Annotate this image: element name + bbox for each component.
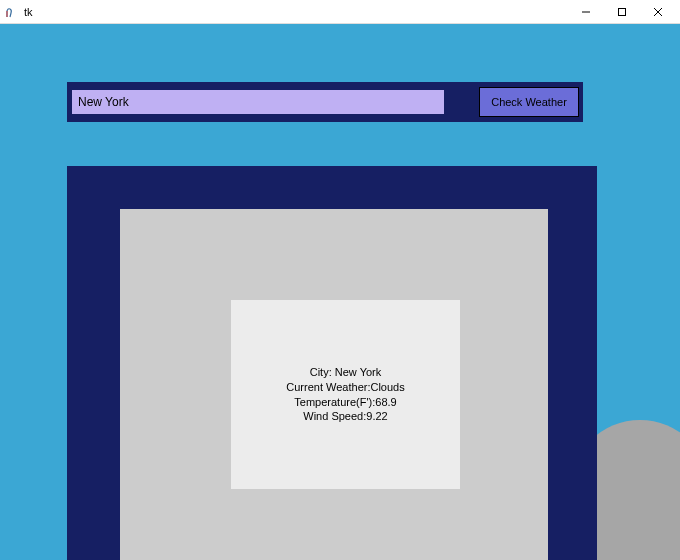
svg-rect-1 (619, 8, 626, 15)
window-title: tk (24, 6, 568, 18)
result-temperature: Temperature(F'):68.9 (294, 395, 396, 410)
city-input[interactable] (71, 89, 445, 115)
result-weather: Current Weather:Clouds (286, 380, 404, 395)
maximize-button[interactable] (604, 1, 640, 23)
result-frame: City: New York Current Weather:Clouds Te… (67, 166, 597, 560)
result-panel: City: New York Current Weather:Clouds Te… (120, 209, 548, 560)
result-city: City: New York (310, 365, 382, 380)
window-controls (568, 1, 676, 23)
window-titlebar: tk (0, 0, 680, 24)
result-wind: Wind Speed:9.22 (303, 409, 387, 424)
check-weather-button[interactable]: Check Weather (479, 87, 579, 117)
search-bar: Check Weather (67, 82, 583, 122)
app-body: Check Weather City: New York Current Wea… (0, 24, 680, 560)
app-icon (4, 5, 18, 19)
result-card: City: New York Current Weather:Clouds Te… (231, 300, 460, 489)
minimize-button[interactable] (568, 1, 604, 23)
close-button[interactable] (640, 1, 676, 23)
